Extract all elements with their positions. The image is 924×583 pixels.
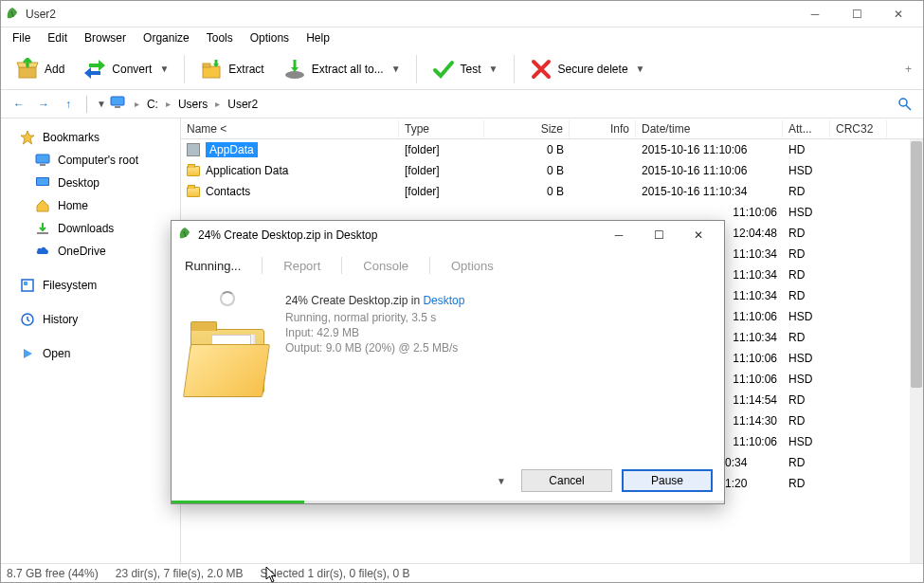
close-button[interactable]: ✕ [878,1,919,27]
convert-icon [83,58,106,81]
box-open-icon [16,58,39,81]
sidebar-home[interactable]: Home [5,194,176,217]
menu-tools[interactable]: Tools [199,29,241,46]
chevron-down-icon[interactable]: ▼ [391,64,401,74]
search-icon[interactable] [895,94,915,115]
file-att: HSD [783,162,830,179]
file-crc [830,231,887,235]
col-info[interactable]: Info [570,120,636,137]
add-button[interactable]: Add [9,54,72,84]
sidebar-bookmarks[interactable]: Bookmarks [5,126,176,149]
maximize-button[interactable]: ☐ [836,1,878,27]
dialog-tabs: Running... Report Console Options [172,249,724,282]
menu-browser[interactable]: Browser [77,29,134,46]
toolbar-separator [184,55,185,83]
scrollbar-thumb[interactable] [911,141,922,388]
file-att: RD [783,225,830,242]
breadcrumb-drive[interactable]: C: [143,96,162,113]
extract-all-button[interactable]: Extract all to... ▼ [276,54,408,84]
file-att: RD [783,392,830,409]
col-date[interactable]: Date/time [636,120,783,137]
test-label: Test [461,63,481,76]
dialog-tab-running[interactable]: Running... [185,259,241,273]
menu-edit[interactable]: Edit [40,29,75,46]
col-size[interactable]: Size [484,120,570,137]
minimize-button[interactable]: ─ [794,1,836,27]
menu-organize[interactable]: Organize [136,29,197,46]
back-button[interactable]: ← [9,94,29,115]
dialog-maximize-button[interactable]: ☐ [639,222,679,248]
add-label: Add [45,63,64,76]
file-att: RD [783,329,830,346]
file-size: 0 B [484,183,570,200]
col-att[interactable]: Att... [783,120,830,137]
sidebar-open-label: Open [43,347,70,360]
test-button[interactable]: Test ▼ [425,54,506,84]
dialog-status-line: Running, normal priority, 3.5 s [285,311,711,324]
menu-file[interactable]: File [5,29,38,46]
sidebar-computers-root[interactable]: Computer's root [5,149,176,172]
dialog-close-button[interactable]: ✕ [679,222,718,248]
extract-button[interactable]: Extract [192,54,271,84]
sidebar-desktop-label: Desktop [58,176,100,190]
forward-button[interactable]: → [33,94,54,115]
col-type[interactable]: Type [399,120,484,137]
breadcrumb-users[interactable]: Users [174,96,211,113]
convert-button[interactable]: Convert ▼ [76,54,176,84]
computer-icon[interactable] [110,95,125,113]
dialog-cancel-button[interactable]: Cancel [521,469,612,492]
col-name[interactable]: Name < [181,120,399,137]
breadcrumb-user[interactable]: User2 [224,96,262,113]
window-title: User2 [26,8,794,21]
file-crc [830,461,887,465]
sidebar-downloads[interactable]: Downloads [5,217,176,240]
history-dropdown-icon[interactable]: ▼ [97,99,106,109]
sidebar-filesystem[interactable]: Filesystem [5,274,176,297]
file-crc [830,398,887,402]
dialog-tab-report[interactable]: Report [283,259,320,273]
file-header: Name < Type Size Info Date/time Att... C… [181,118,923,139]
convert-label: Convert [112,63,152,76]
sidebar-history[interactable]: History [5,308,176,331]
scrollbar-track[interactable] [910,139,923,563]
sidebar-onedrive[interactable]: OneDrive [5,240,176,263]
chevron-down-icon[interactable]: ▼ [159,64,169,74]
x-delete-icon [530,58,553,81]
add-tool-button[interactable]: + [901,59,915,80]
svg-rect-0 [19,67,36,78]
extract-label: Extract [228,63,263,76]
file-type: [folder] [399,141,484,158]
sidebar-desktop[interactable]: Desktop [5,172,176,194]
dialog-minimize-button[interactable]: ─ [599,222,639,248]
dialog-destination-link[interactable]: Desktop [423,294,464,307]
menu-help[interactable]: Help [299,29,337,46]
col-crc[interactable]: CRC32 [830,120,887,137]
file-att: HSD [783,433,830,450]
sidebar-bookmarks-label: Bookmarks [43,131,100,144]
dialog-tab-console[interactable]: Console [363,259,408,273]
file-att: RD [783,266,830,283]
dialog-pause-button[interactable]: Pause [622,469,713,492]
dialog-more-icon[interactable]: ▼ [497,476,506,486]
file-att: RD [783,475,830,492]
file-att: HSD [783,350,830,367]
secure-delete-button[interactable]: Secure delete ▼ [522,54,653,84]
table-row[interactable]: AppData[folder]0 B2015-10-16 11:10:06HD [181,139,923,160]
sidebar-open[interactable]: Open [5,342,176,365]
up-button[interactable]: ↑ [58,94,79,115]
file-crc [830,356,887,360]
table-row[interactable]: Contacts[folder]0 B2015-10-16 11:10:34RD [181,181,923,202]
dialog-output-line: Output: 9.0 MB (20%) @ 2.5 MB/s [285,341,711,355]
file-date: 2015-10-16 11:10:06 [636,141,783,158]
chevron-down-icon[interactable]: ▼ [636,64,645,74]
breadcrumb[interactable]: ▸ C: ▸ Users ▸ User2 [129,96,891,113]
extract-all-label: Extract all to... [312,63,384,76]
chevron-down-icon[interactable]: ▼ [489,64,498,74]
file-size: 0 B [484,162,570,179]
dialog-tab-options[interactable]: Options [451,259,494,273]
file-date: 2015-10-16 11:10:34 [636,183,783,200]
file-att: RD [783,412,830,429]
table-row[interactable]: Application Data[folder]0 B2015-10-16 11… [181,160,923,181]
menu-options[interactable]: Options [243,29,297,46]
file-crc [830,482,887,485]
